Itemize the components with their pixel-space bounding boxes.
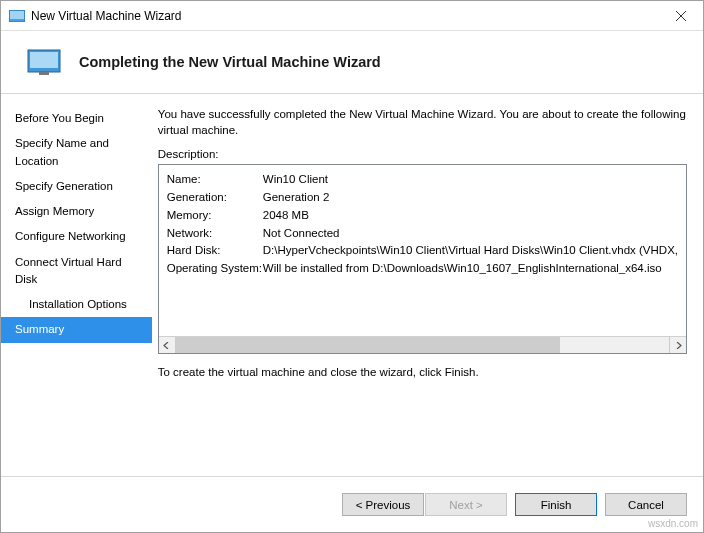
scroll-track[interactable] <box>176 337 669 353</box>
horizontal-scrollbar[interactable] <box>159 336 686 353</box>
description-value: Not Connected <box>263 225 340 243</box>
app-icon <box>9 10 25 22</box>
svg-rect-5 <box>30 52 58 68</box>
svg-rect-1 <box>10 11 24 19</box>
description-value: Win10 Client <box>263 171 328 189</box>
sidebar-step-2[interactable]: Specify Generation <box>1 174 152 199</box>
description-rows: Name:Win10 ClientGeneration:Generation 2… <box>167 171 678 336</box>
sidebar-step-1[interactable]: Specify Name and Location <box>1 131 152 174</box>
sidebar-step-7[interactable]: Summary <box>1 317 152 342</box>
description-value: Generation 2 <box>263 189 330 207</box>
description-row: Name:Win10 Client <box>167 171 678 189</box>
wizard-footer: < Previous Next > Finish Cancel <box>1 476 703 532</box>
svg-rect-6 <box>39 72 49 75</box>
sidebar-step-4[interactable]: Configure Networking <box>1 224 152 249</box>
sidebar-step-0[interactable]: Before You Begin <box>1 106 152 131</box>
monitor-icon <box>27 49 61 75</box>
description-key: Name: <box>167 171 263 189</box>
intro-text: You have successfully completed the New … <box>158 106 687 138</box>
wizard-window: New Virtual Machine Wizard Completing th… <box>0 0 704 533</box>
main-panel: You have successfully completed the New … <box>152 94 703 476</box>
sidebar-step-5[interactable]: Connect Virtual Hard Disk <box>1 250 152 293</box>
next-button: Next > <box>425 493 507 516</box>
scroll-thumb[interactable] <box>176 337 561 353</box>
sidebar-step-6[interactable]: Installation Options <box>1 292 152 317</box>
window-title: New Virtual Machine Wizard <box>31 9 658 23</box>
finish-button[interactable]: Finish <box>515 493 597 516</box>
description-row: Generation:Generation 2 <box>167 189 678 207</box>
description-row: Hard Disk:D:\HyperVcheckpoints\Win10 Cli… <box>167 242 678 260</box>
description-label: Description: <box>158 148 687 160</box>
description-value: 2048 MB <box>263 207 309 225</box>
scroll-right-button[interactable] <box>669 337 686 353</box>
description-key: Memory: <box>167 207 263 225</box>
watermark: wsxdn.com <box>648 518 698 529</box>
description-key: Hard Disk: <box>167 242 263 260</box>
previous-button[interactable]: < Previous <box>342 493 424 516</box>
description-value: Will be installed from D:\Downloads\Win1… <box>263 260 662 278</box>
close-button[interactable] <box>658 1 703 30</box>
description-key: Network: <box>167 225 263 243</box>
cancel-button[interactable]: Cancel <box>605 493 687 516</box>
description-row: Operating System:Will be installed from … <box>167 260 678 278</box>
scroll-left-button[interactable] <box>159 337 176 353</box>
sidebar-step-3[interactable]: Assign Memory <box>1 199 152 224</box>
description-box: Name:Win10 ClientGeneration:Generation 2… <box>158 164 687 354</box>
description-row: Network:Not Connected <box>167 225 678 243</box>
description-key: Operating System: <box>167 260 263 278</box>
description-row: Memory:2048 MB <box>167 207 678 225</box>
titlebar: New Virtual Machine Wizard <box>1 1 703 31</box>
content-area: Before You BeginSpecify Name and Locatio… <box>1 94 703 476</box>
wizard-header: Completing the New Virtual Machine Wizar… <box>1 31 703 94</box>
wizard-steps-sidebar: Before You BeginSpecify Name and Locatio… <box>1 94 152 476</box>
page-title: Completing the New Virtual Machine Wizar… <box>79 54 381 70</box>
description-key: Generation: <box>167 189 263 207</box>
nav-button-group: < Previous Next > <box>342 493 507 516</box>
finish-note: To create the virtual machine and close … <box>158 366 687 378</box>
description-value: D:\HyperVcheckpoints\Win10 Client\Virtua… <box>263 242 678 260</box>
